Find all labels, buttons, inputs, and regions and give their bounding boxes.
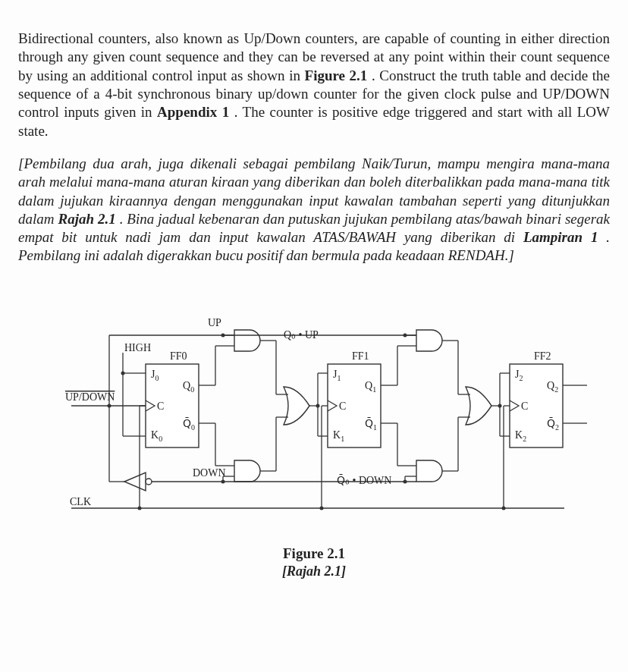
svg-text:C: C — [339, 400, 346, 412]
figure-ref: Figure 2.1 — [305, 68, 368, 83]
caption-ms: [Rajah 2.1] — [18, 563, 610, 580]
svg-text:UP/DOWN: UP/DOWN — [65, 391, 115, 403]
svg-text:UP: UP — [208, 317, 221, 328]
appendix-ref: Appendix 1 — [157, 104, 229, 120]
figure-caption: Figure 2.1 [Rajah 2.1] — [18, 545, 610, 580]
svg-text:C: C — [157, 400, 164, 412]
svg-point-26 — [121, 371, 125, 375]
svg-text:FF0: FF0 — [170, 350, 187, 362]
appendix-ref-ms: Lampiran 1 — [523, 229, 598, 245]
svg-text:Q̄₀ • DOWN: Q̄₀ • DOWN — [337, 474, 391, 486]
svg-text:C: C — [521, 400, 528, 412]
svg-text:Q₀ • UP: Q₀ • UP — [284, 329, 319, 341]
svg-point-21 — [146, 479, 152, 485]
svg-text:FF2: FF2 — [534, 350, 551, 362]
svg-point-89 — [138, 506, 142, 510]
paragraph-english: Bidirectional counters, also known as Up… — [18, 30, 610, 140]
svg-text:HIGH: HIGH — [124, 342, 151, 353]
svg-text:CLK: CLK — [70, 496, 91, 507]
caption-en: Figure 2.1 — [18, 545, 610, 563]
svg-point-92 — [320, 506, 324, 510]
svg-text:DOWN: DOWN — [193, 467, 226, 479]
svg-point-30 — [221, 333, 225, 337]
circuit-diagram: J0 K0 C Q0 Q̄0 FF0 J1 K1 C Q1 Q̄1 FF1 J2… — [64, 311, 610, 580]
paragraph-malay: [Pembilang dua arah, juga dikenali sebag… — [18, 155, 610, 265]
svg-point-60 — [316, 404, 320, 407]
svg-point-82 — [498, 404, 502, 407]
figure-ref-ms: Rajah 2.1 — [58, 211, 115, 227]
svg-text:FF1: FF1 — [352, 350, 369, 362]
svg-point-96 — [502, 506, 506, 510]
